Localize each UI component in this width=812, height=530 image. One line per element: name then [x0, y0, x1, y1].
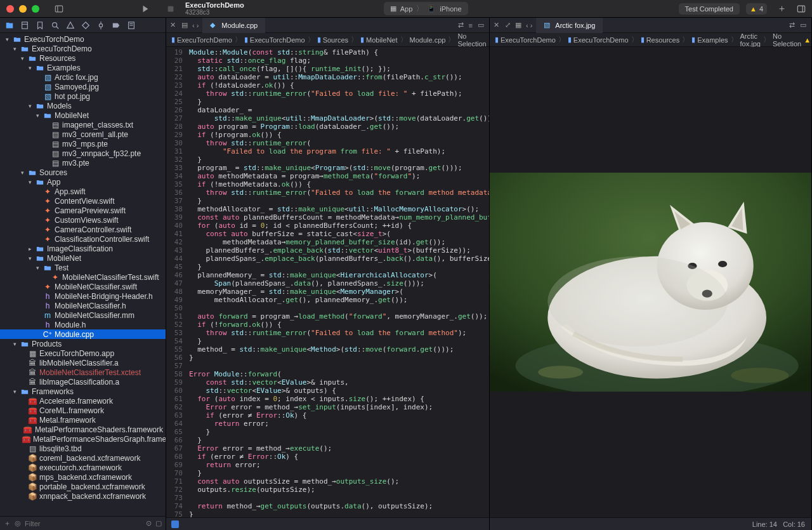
tree-row[interactable]: ▤mv3_mps.pte	[0, 139, 166, 149]
back-icon[interactable]: ‹	[192, 22, 195, 29]
filter-input[interactable]	[25, 520, 142, 527]
zoom-window-icon[interactable]	[32, 5, 39, 13]
tree-row[interactable]: ✦MobileNetClassifierTest.swift	[0, 272, 166, 282]
tree-row[interactable]: 📦portable_backend.xcframework	[0, 482, 166, 491]
find-navigator-icon[interactable]	[51, 21, 60, 30]
tree-row[interactable]: 🧰MetalPerformanceShaders.framework	[0, 425, 166, 434]
jumpbar-segment[interactable]: ▮ExecuTorchDemo	[171, 36, 232, 44]
bookmark-navigator-icon[interactable]	[36, 21, 44, 30]
editor-tab[interactable]: ▧ Arctic fox.jpg	[536, 18, 603, 33]
recent-filter-icon[interactable]: ⊙	[146, 519, 152, 527]
tree-row[interactable]: ▾Test	[0, 263, 166, 272]
jumpbar-segment[interactable]: Module.cpp	[410, 36, 446, 44]
image-viewer[interactable]	[490, 47, 811, 517]
close-tab-icon[interactable]: ✕	[494, 21, 499, 29]
tree-row[interactable]: ▤mv3_xnnpack_fp32.pte	[0, 149, 166, 158]
file-tree[interactable]: ▾ExecuTorchDemo▾ExecuTorchDemo▾Resources…	[0, 33, 166, 516]
tree-row[interactable]: ▦ExecuTorchDemo.app	[0, 348, 166, 358]
jumpbar-segment[interactable]: ▮Examples	[691, 36, 728, 44]
tree-row[interactable]: ▤mv3.pte	[0, 158, 166, 168]
breakpoint-navigator-icon[interactable]	[112, 21, 121, 30]
tree-row[interactable]: ▧hot pot.jpg	[0, 91, 166, 101]
tree-row[interactable]: ▾Resources	[0, 53, 166, 63]
tree-row[interactable]: ✦App.swift	[0, 187, 166, 196]
debug-toggle-icon[interactable]	[171, 520, 179, 528]
editor-options-icon[interactable]: ▭	[478, 21, 484, 29]
tree-row[interactable]: ▾MobileNet	[0, 110, 166, 120]
forward-icon[interactable]: ›	[197, 22, 199, 29]
tree-row[interactable]: ▾ExecuTorchDemo	[0, 34, 166, 44]
jumpbar-segment[interactable]: ▮MobileNet	[360, 36, 398, 44]
related-items-icon[interactable]: ▤	[181, 21, 188, 29]
toggle-navigator-icon[interactable]	[51, 4, 67, 13]
tree-row[interactable]: ▾Sources	[0, 168, 166, 177]
library-icon[interactable]	[797, 4, 806, 13]
tree-row[interactable]: ✦MobileNetClassifier.swift	[0, 282, 166, 291]
tree-row[interactable]: 🏛libMobileNetClassifier.a	[0, 358, 166, 368]
tree-row[interactable]: 🧰Accelerate.framework	[0, 396, 166, 406]
jumpbar-segment[interactable]: ▮Resources	[641, 36, 680, 44]
tree-row[interactable]: 📦xnnpack_backend.xcframework	[0, 491, 166, 501]
tree-row[interactable]: C⁺Module.cpp	[0, 329, 166, 339]
tree-row[interactable]: ▤imagenet_classes.txt	[0, 120, 166, 129]
debug-navigator-icon[interactable]	[96, 21, 105, 30]
tree-row[interactable]: ✦CameraPreview.swift	[0, 206, 166, 215]
jumpbar-segment[interactable]: ▮ExecuTorchDemo	[244, 36, 305, 44]
tree-row[interactable]: ▾ExecuTorchDemo	[0, 44, 166, 53]
tree-row[interactable]: ▤libsqlite3.tbd	[0, 444, 166, 453]
minimap-icon[interactable]: ≡	[469, 22, 473, 29]
tree-row[interactable]: mMobileNetClassifier.mm	[0, 310, 166, 320]
warning-icon[interactable]: ▲	[804, 36, 811, 44]
tree-row[interactable]: ✦ContentView.swift	[0, 196, 166, 206]
tree-row[interactable]: ▾Models	[0, 101, 166, 110]
scm-filter-icon[interactable]: ▢	[155, 519, 162, 527]
test-navigator-icon[interactable]	[81, 21, 90, 30]
jumpbar-segment[interactable]: ▮ExecuTorchDemo	[495, 36, 556, 44]
tree-row[interactable]: ▾App	[0, 177, 166, 187]
grid-icon[interactable]: ▦	[515, 21, 521, 29]
close-window-icon[interactable]	[6, 5, 14, 13]
tree-row[interactable]: hModule.h	[0, 320, 166, 329]
tree-row[interactable]: ▾Frameworks	[0, 387, 166, 396]
tree-row[interactable]: 🏛libImageClassification.a	[0, 377, 166, 387]
related-items-icon[interactable]: ⤢	[505, 21, 511, 29]
tree-row[interactable]: ▧Samoyed.jpg	[0, 82, 166, 91]
swap-editor-icon[interactable]: ⇄	[789, 21, 795, 29]
jumpbar-segment[interactable]: No Selection	[773, 32, 801, 48]
jumpbar-segment[interactable]: ▮Sources	[317, 36, 348, 44]
issue-navigator-icon[interactable]	[66, 21, 75, 30]
tree-row[interactable]: ▾Examples	[0, 63, 166, 72]
tree-row[interactable]: 🧰Metal.framework	[0, 415, 166, 425]
scheme-selector[interactable]: ▦ App 〉 📱 iPhone	[384, 2, 468, 15]
tree-row[interactable]: 📦coreml_backend.xcframework	[0, 453, 166, 463]
jumpbar-segment[interactable]: ▮ExecuTorchDemo	[568, 36, 629, 44]
code-editor[interactable]: 1920212223242526272829303132333435363738…	[166, 47, 489, 517]
tree-row[interactable]: 🧰CoreML.framework	[0, 406, 166, 415]
editor-options-icon[interactable]: ▭	[800, 21, 806, 29]
run-icon[interactable]	[137, 4, 154, 13]
editor-tab[interactable]: ◆ Module.cpp	[202, 18, 265, 33]
tree-row[interactable]: ✦CustomViews.swift	[0, 215, 166, 225]
add-editor-icon[interactable]: ＋	[773, 3, 790, 15]
source-control-navigator-icon[interactable]	[20, 21, 29, 30]
tree-row[interactable]: ✦ClassificationController.swift	[0, 234, 166, 244]
tree-row[interactable]: ▸ImageClassification	[0, 244, 166, 253]
back-icon[interactable]: ‹	[526, 22, 528, 29]
filter-scope-icon[interactable]: ◎	[15, 519, 21, 527]
jumpbar-segment[interactable]: No Selection	[457, 32, 486, 48]
issues-indicator[interactable]: ▲ 4	[746, 3, 767, 15]
source-text[interactable]: Module::Module(const std::string& filePa…	[187, 47, 489, 517]
tree-row[interactable]: ▾Products	[0, 339, 166, 348]
tree-row[interactable]: ✦CameraController.swift	[0, 225, 166, 234]
forward-icon[interactable]: ›	[530, 22, 533, 29]
jumpbar-right[interactable]: ▮ExecuTorchDemo〉▮ExecuTorchDemo〉▮Resourc…	[490, 33, 811, 47]
add-file-icon[interactable]: ＋	[4, 519, 11, 528]
tree-row[interactable]: ▾MobileNet	[0, 253, 166, 263]
report-navigator-icon[interactable]	[127, 21, 136, 30]
tree-row[interactable]: hMobileNet-Bridging-Header.h	[0, 291, 166, 301]
tree-row[interactable]: hMobileNetClassifier.h	[0, 301, 166, 310]
tree-row[interactable]: ▧Arctic fox.jpg	[0, 72, 166, 82]
swap-editor-icon[interactable]: ⇄	[458, 21, 464, 29]
tree-row[interactable]: 🏛MobileNetClassifierTest.xctest	[0, 368, 166, 377]
close-tab-icon[interactable]: ✕	[170, 21, 176, 29]
